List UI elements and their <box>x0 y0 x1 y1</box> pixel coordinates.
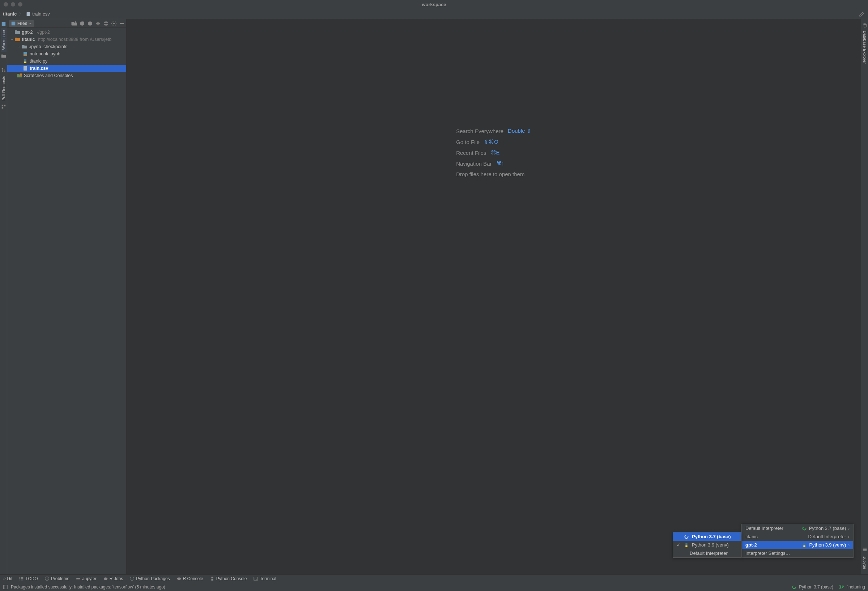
pull-request-icon <box>1 67 6 72</box>
minimize-icon[interactable] <box>119 21 125 27</box>
refresh-icon[interactable] <box>79 21 85 27</box>
popup-titanic[interactable]: titanic Default Interpreter › <box>742 532 853 541</box>
tool-label: Git <box>7 576 12 581</box>
svg-rect-20 <box>862 548 867 549</box>
chevron-down-icon[interactable]: › <box>10 37 14 42</box>
menu-icon[interactable] <box>862 547 867 552</box>
file-tree: › gpt-2 ~/gpt-2 › titanic http://localho… <box>7 28 126 574</box>
submenu-default[interactable]: Default Interpreter <box>673 549 741 557</box>
tree-label: .ipynb_checkpoints <box>29 44 67 49</box>
maximize-window-button[interactable] <box>18 2 22 6</box>
tree-row-gpt2[interactable]: › gpt-2 ~/gpt-2 <box>7 28 126 36</box>
svg-rect-31 <box>47 579 47 580</box>
tree-row-titanic[interactable]: › titanic http://localhost:8888 from /Us… <box>7 36 126 43</box>
close-window-button[interactable] <box>4 2 8 6</box>
svg-point-33 <box>177 578 181 580</box>
popup-default-interpreter[interactable]: Default Interpreter Python 3.7 (base) › <box>742 524 853 532</box>
edit-icon[interactable] <box>859 11 865 17</box>
editor-area[interactable]: Search Everywhere Double ⇧ Go to File ⇧⌘… <box>127 19 861 574</box>
chevron-right-icon: › <box>848 535 850 539</box>
breadcrumb-file[interactable]: train.csv <box>26 11 50 17</box>
warning-icon <box>44 576 50 581</box>
file-icon <box>26 12 31 17</box>
minimize-window-button[interactable] <box>11 2 15 6</box>
window-title: workspace <box>422 2 446 7</box>
chevron-right-icon[interactable]: › <box>17 45 22 49</box>
tool-todo[interactable]: TODO <box>19 576 38 581</box>
status-git-branch[interactable]: finetuning <box>839 585 865 590</box>
structure-icon <box>1 104 6 109</box>
workspace-small-icon <box>11 21 16 26</box>
submenu-python37[interactable]: Python 3.7 (base) <box>673 532 741 541</box>
target-icon[interactable] <box>87 21 93 27</box>
popup-gpt2[interactable]: gpt-2 Python 3.9 (venv) › <box>742 541 853 549</box>
svg-point-19 <box>863 24 866 25</box>
tree-row-scratches[interactable]: Scratches and Consoles <box>7 72 126 79</box>
tool-label: Problems <box>51 576 69 581</box>
svg-rect-25 <box>19 578 20 579</box>
rail-pull-requests[interactable]: Pull Requests <box>1 74 6 103</box>
tool-label: Python Packages <box>136 576 170 581</box>
status-branch-label: finetuning <box>846 585 865 590</box>
jupyter-folder-icon <box>15 37 20 42</box>
rail-jupyter[interactable]: Jupyter <box>862 554 868 572</box>
chevron-right-icon: › <box>848 526 850 530</box>
svg-rect-23 <box>19 577 20 578</box>
tool-title-label: Files <box>17 21 27 26</box>
svg-rect-28 <box>21 580 24 581</box>
tool-title[interactable]: Files <box>9 20 34 27</box>
folder-icon <box>15 29 20 35</box>
svg-rect-35 <box>4 585 7 589</box>
left-tool-rail: Workspace Pull Requests <box>0 19 7 574</box>
empty-recent-label: Recent Files <box>456 150 486 156</box>
rail-workspace[interactable]: Workspace <box>1 28 6 52</box>
tree-label: gpt-2 <box>22 30 33 35</box>
popup-value: Python 3.7 (base) <box>809 526 846 531</box>
shortcut-navbar: ⌘↑ <box>496 160 505 167</box>
expand-all-icon[interactable] <box>95 21 101 27</box>
tree-row-notebook[interactable]: notebook.ipynb <box>7 50 126 58</box>
tree-row-checkpoints[interactable]: › .ipynb_checkpoints <box>7 43 126 50</box>
breadcrumb-root[interactable]: titanic <box>3 11 17 17</box>
svg-rect-14 <box>24 55 27 56</box>
tree-path: ~/gpt-2 <box>36 30 50 35</box>
tree-label: titanic <box>22 37 35 42</box>
tool-jupyter[interactable]: Jupyter <box>75 576 96 581</box>
tool-rconsole[interactable]: R Console <box>177 576 203 581</box>
popup-value: Python 3.9 (venv) <box>809 542 846 548</box>
svg-rect-24 <box>21 577 24 578</box>
breadcrumb-file-label: train.csv <box>32 11 50 17</box>
interpreter-submenu: Python 3.7 (base) ✓ Python 3.9 (venv) De… <box>673 532 741 558</box>
svg-point-3 <box>1 71 3 72</box>
tool-python-console[interactable]: Python Console <box>210 576 247 581</box>
svg-rect-6 <box>4 105 5 106</box>
popup-label: gpt-2 <box>745 542 757 548</box>
new-folder-icon[interactable] <box>71 21 77 27</box>
tool-python-packages[interactable]: Python Packages <box>130 576 170 581</box>
tool-problems[interactable]: Problems <box>44 576 69 581</box>
tool-label: Terminal <box>260 576 276 581</box>
svg-rect-22 <box>862 551 867 551</box>
notebook-icon <box>22 51 28 57</box>
database-icon <box>862 23 867 28</box>
tree-row-titanicpy[interactable]: titanic.py <box>7 58 126 65</box>
chevron-right-icon[interactable]: › <box>9 30 15 34</box>
svg-rect-1 <box>1 22 6 26</box>
tool-terminal[interactable]: Terminal <box>253 576 276 581</box>
scratches-icon <box>17 73 22 78</box>
popup-interpreter-settings[interactable]: Interpreter Settings… <box>742 549 853 557</box>
tool-git[interactable]: ⑂Git <box>3 576 12 581</box>
rail-database-explorer[interactable]: Database Explorer <box>862 28 868 66</box>
tree-row-traincsv[interactable]: train.csv <box>7 65 126 72</box>
svg-point-37 <box>793 585 796 589</box>
chevron-right-icon: › <box>848 543 850 547</box>
loading-icon <box>802 526 807 531</box>
svg-point-10 <box>90 23 90 24</box>
status-interpreter[interactable]: Python 3.7 (base) <box>792 585 833 590</box>
gear-icon[interactable] <box>111 21 117 27</box>
window-controls <box>0 2 22 6</box>
collapse-all-icon[interactable] <box>103 21 109 27</box>
tool-rjobs[interactable]: R Jobs <box>103 576 123 581</box>
submenu-python39[interactable]: ✓ Python 3.9 (venv) <box>673 541 741 549</box>
tool-window-icon[interactable] <box>3 585 8 590</box>
